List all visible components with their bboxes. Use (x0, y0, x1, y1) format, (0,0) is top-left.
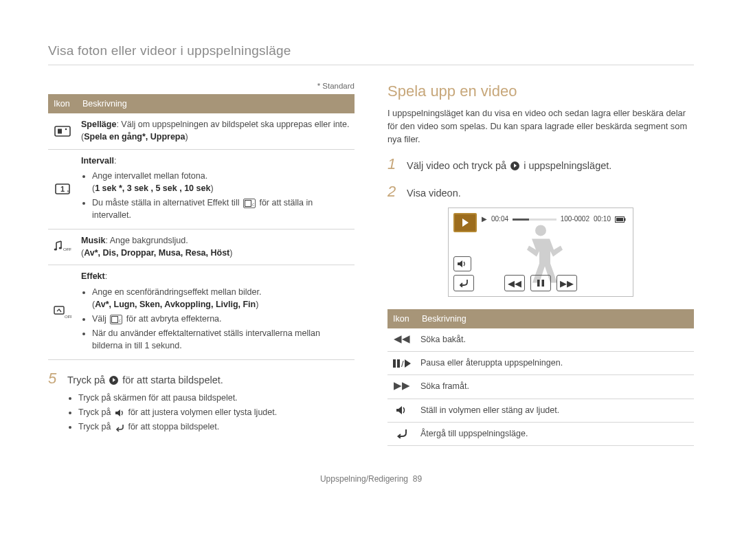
label: Spelläge (81, 120, 116, 129)
effect-off-icon: OFF (110, 315, 122, 324)
svg-rect-6 (245, 200, 251, 206)
desc: Pausa eller återuppta uppspelningen. (416, 352, 694, 375)
text: Ange en scenförändringseffekt mellan bil… (92, 287, 261, 297)
svg-text:OFF: OFF (252, 203, 254, 207)
playmode-icon (48, 113, 77, 149)
play-circle-icon (109, 376, 118, 385)
desc: Ställ in volymen eller stäng av ljudet. (416, 399, 694, 422)
table-row: ▶▶ Söka framåt. (387, 375, 694, 399)
play-circle-icon (510, 161, 519, 170)
playmode-desc: Spelläge: Välj om uppspelningen av bilds… (77, 113, 355, 149)
svg-text:OFF: OFF (65, 315, 71, 319)
svg-rect-0 (55, 126, 70, 136)
elapsed-time: 00:04 (491, 214, 508, 225)
rewind-icon: ◀◀ (387, 328, 416, 352)
col-header-icon: Ikon (387, 309, 416, 328)
step-text: Visa videon. (407, 184, 461, 201)
text-b: i uppspelningsläget. (524, 160, 611, 171)
forward-icon: ▶▶ (387, 375, 416, 399)
step-number: 2 (387, 184, 400, 199)
page-title: Visa foton eller videor i uppspelningslä… (48, 41, 694, 65)
opts: Av*, Dis, Droppar, Musa, Resa, Höst (84, 248, 229, 258)
table-row: Spelläge: Välj om uppspelningen av bilds… (48, 113, 355, 149)
svg-text:s: s (67, 189, 69, 193)
text-a: Tryck på (78, 407, 113, 417)
svg-point-2 (65, 128, 67, 131)
table-row: OFF Effekt: Ange en scenförändringseffek… (48, 265, 355, 360)
interval-icon: 1 s (48, 149, 77, 229)
two-column-layout: * Standard Ikon Beskrivning (48, 80, 694, 446)
pause-button[interactable] (530, 275, 551, 291)
text-a: Tryck på (78, 422, 113, 432)
forward-button[interactable]: ▶▶ (556, 275, 577, 291)
effect-off-icon: OFF (243, 199, 256, 208)
video-thumbnail-play-icon[interactable] (453, 213, 477, 232)
svg-rect-1 (58, 128, 62, 133)
playhead-triangle-icon: ▶ (482, 214, 487, 225)
step-number: 1 (387, 157, 400, 172)
text: Ange intervallet mellan fotona. (92, 171, 207, 181)
total-time: 00:10 (594, 214, 611, 225)
return-icon (387, 422, 416, 445)
svg-rect-20 (393, 359, 396, 368)
rewind-button[interactable]: ◀◀ (504, 275, 525, 291)
video-preview: ▶ 00:04 100-0002 00:10 (448, 208, 633, 297)
bullet: Du måste ställa in alternativet Effekt t… (92, 197, 350, 221)
page-number: 89 (413, 474, 422, 484)
page-footer: Uppspelning/Redigering 89 (48, 473, 694, 485)
intro-text: I uppspelningsläget kan du visa en video… (387, 107, 694, 146)
text-a: Välj video och tryck på (407, 160, 509, 171)
text2: ) (185, 132, 188, 142)
text-a: Du måste ställa in alternativet Effekt t… (92, 198, 242, 208)
text-a: Tryck på (67, 374, 108, 385)
opts: Av*, Lugn, Sken, Avkoppling, Livlig, Fin (95, 300, 256, 309)
bullet: Ange intervallet mellan fotona. (1 sek *… (92, 170, 350, 194)
progress-bar[interactable] (513, 219, 556, 221)
interval-desc: Intervall: Ange intervallet mellan foton… (77, 149, 355, 229)
svg-point-9 (59, 247, 62, 249)
svg-point-8 (54, 249, 57, 251)
bullet: När du använder effektalternativet ställ… (92, 327, 350, 352)
col-header-desc: Beskrivning (416, 309, 694, 328)
list-item: Tryck på skärmen för att pausa bildspele… (78, 392, 355, 404)
label: Effekt (81, 271, 105, 281)
step-5: 5 Tryck på för att starta bildspelet. (48, 371, 355, 388)
music-desc: Musik: Ange bakgrundsljud. (Av*, Dis, Dr… (77, 229, 355, 265)
text-b: för att starta bildspelet. (122, 374, 223, 385)
text-a: Välj (92, 314, 109, 324)
svg-rect-16 (616, 218, 623, 221)
svg-text:/: / (401, 359, 404, 368)
speaker-icon (115, 409, 124, 417)
effect-desc: Effekt: Ange en scenförändringseffekt me… (77, 265, 355, 360)
speaker-icon (387, 399, 416, 422)
battery-icon (615, 216, 626, 223)
step-2: 2 Visa videon. (387, 184, 694, 201)
desc: Återgå till uppspelningsläge. (416, 422, 694, 445)
bullet: Ange en scenförändringseffekt mellan bil… (92, 286, 350, 311)
desc: Söka bakåt. (416, 328, 694, 352)
desc: Söka framåt. (416, 375, 694, 399)
step-text: Tryck på för att starta bildspelet. (67, 371, 223, 388)
label: Musik (81, 236, 105, 245)
playback-controls: ◀◀ ▶▶ (453, 275, 628, 291)
svg-rect-18 (537, 280, 540, 287)
table-row: Återgå till uppspelningsläge. (387, 422, 694, 445)
svg-rect-13 (112, 316, 118, 322)
svg-rect-17 (625, 218, 626, 221)
return-icon (115, 423, 124, 432)
step5-sub-bullets: Tryck på skärmen för att pausa bildspele… (69, 392, 355, 433)
svg-text:OFF: OFF (63, 247, 71, 251)
music-icon: OFF (48, 229, 77, 265)
bullet: Välj OFF för att avbryta effekterna. (92, 313, 350, 325)
left-column: * Standard Ikon Beskrivning (48, 80, 355, 446)
opts: Spela en gång*, Upprepa (84, 132, 185, 142)
speaker-button[interactable] (453, 256, 471, 271)
list-item: Tryck på för att stoppa bildspelet. (78, 421, 355, 433)
label: Intervall (81, 156, 114, 166)
list-item: Tryck på för att justera volymen eller t… (78, 406, 355, 418)
right-column: Spela upp en video I uppspelningsläget k… (387, 80, 694, 446)
table-row: / Pausa eller återuppta uppspelningen. (387, 352, 694, 375)
svg-rect-21 (397, 359, 400, 368)
pause-play-icon: / (387, 352, 416, 375)
file-index: 100-0002 (561, 214, 589, 225)
